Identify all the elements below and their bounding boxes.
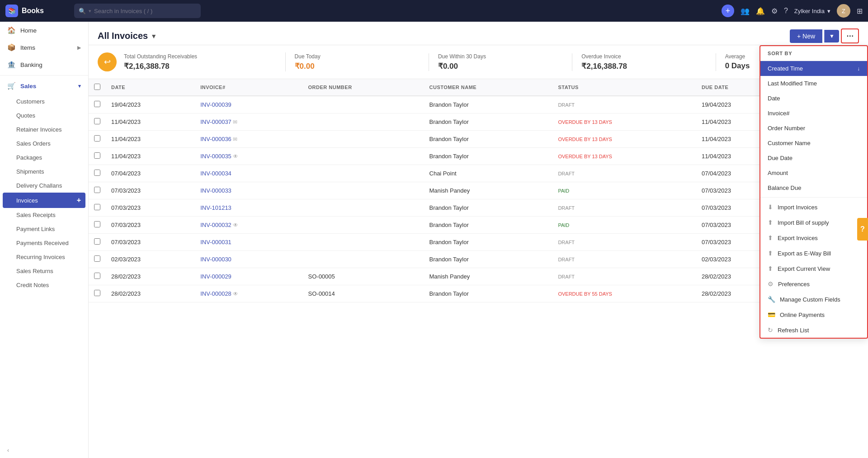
sidebar-item-sales-returns[interactable]: Sales Returns xyxy=(0,264,88,278)
sidebar-item-items[interactable]: 📦 Items ▶ xyxy=(0,39,88,56)
sidebar-item-recurring-invoices[interactable]: Recurring Invoices xyxy=(0,250,88,264)
sidebar-item-banking[interactable]: 🏦 Banking xyxy=(0,56,88,73)
invoice-link[interactable]: INV-000036 xyxy=(200,136,231,142)
row-checkbox-7[interactable] xyxy=(94,221,100,227)
brand-logo[interactable]: 📚 Books xyxy=(5,5,69,17)
sort-item-import-invoices[interactable]: ⬇ Import Invoices xyxy=(760,199,867,215)
th-order-number[interactable]: ORDER NUMBER xyxy=(303,79,424,96)
sidebar-item-retainer-invoices[interactable]: Retainer Invoices xyxy=(0,123,88,137)
cell-invoice[interactable]: INV-000032👁 xyxy=(195,217,302,234)
sort-item-last-modified[interactable]: Last Modified Time xyxy=(760,76,867,91)
cell-checkbox[interactable] xyxy=(89,131,106,148)
row-checkbox-6[interactable] xyxy=(94,204,100,210)
cell-invoice[interactable]: INV-000035👁 xyxy=(195,148,302,165)
th-select-all[interactable] xyxy=(89,79,106,96)
row-checkbox-8[interactable] xyxy=(94,238,100,245)
cell-checkbox[interactable] xyxy=(89,182,106,199)
cell-invoice[interactable]: INV-000028👁 xyxy=(195,285,302,302)
table-row[interactable]: 11/04/2023 INV-000036✉ Brandon Taylor OV… xyxy=(89,131,868,148)
sidebar-item-customers[interactable]: Customers xyxy=(0,94,88,109)
more-options-button[interactable]: ⋯ xyxy=(841,28,859,43)
th-invoice[interactable]: INVOICE# xyxy=(195,79,302,96)
table-row[interactable]: 28/02/2023 INV-000029 SO-00005 Manish Pa… xyxy=(89,268,868,285)
sidebar-item-sales[interactable]: 🛒 Sales ▾ xyxy=(0,77,88,94)
sidebar-collapse-button[interactable]: ‹ xyxy=(0,443,88,458)
cell-checkbox[interactable] xyxy=(89,268,106,285)
user-menu[interactable]: Zylker India ▾ xyxy=(794,8,830,14)
quick-add-button[interactable]: + xyxy=(722,5,734,17)
cell-checkbox[interactable] xyxy=(89,217,106,234)
table-row[interactable]: 02/03/2023 INV-000030 Brandon Taylor DRA… xyxy=(89,251,868,268)
sidebar-item-home[interactable]: 🏠 Home xyxy=(0,22,88,39)
cell-checkbox[interactable] xyxy=(89,251,106,268)
search-bar[interactable]: 🔍 ▾ xyxy=(74,4,201,18)
help-icon[interactable]: ? xyxy=(784,7,788,15)
sort-item-refresh-list[interactable]: ↻ Refresh List xyxy=(760,322,867,338)
invoice-link[interactable]: INV-000030 xyxy=(200,256,231,263)
cell-invoice[interactable]: INV-000037✉ xyxy=(195,113,302,131)
invoice-link[interactable]: INV-000028 xyxy=(200,290,231,297)
select-all-checkbox[interactable] xyxy=(94,84,100,90)
th-customer-name[interactable]: CUSTOMER NAME xyxy=(424,79,553,96)
sort-item-order-number[interactable]: Order Number xyxy=(760,121,867,136)
settings-icon[interactable]: ⚙ xyxy=(771,7,778,15)
sort-item-created-time[interactable]: Created Time xyxy=(760,61,867,76)
cell-checkbox[interactable] xyxy=(89,285,106,302)
new-button[interactable]: + New xyxy=(790,29,822,43)
cell-invoice[interactable]: INV-000033 xyxy=(195,182,302,199)
sort-item-export-invoices[interactable]: ⬆ Export Invoices xyxy=(760,230,867,246)
sort-item-preferences[interactable]: ⚙ Preferences xyxy=(760,276,867,292)
search-input[interactable] xyxy=(94,8,193,14)
invoice-link[interactable]: INV-000039 xyxy=(200,101,231,108)
invoice-link[interactable]: INV-000032 xyxy=(200,222,231,228)
invoice-link[interactable]: INV-000033 xyxy=(200,187,231,194)
sort-item-export-eway[interactable]: ⬆ Export as E-Way Bill xyxy=(760,246,867,261)
row-checkbox-10[interactable] xyxy=(94,273,100,279)
cell-invoice[interactable]: INV-101213 xyxy=(195,199,302,217)
row-checkbox-2[interactable] xyxy=(94,135,100,142)
row-checkbox-11[interactable] xyxy=(94,290,100,296)
cell-invoice[interactable]: INV-000039 xyxy=(195,96,302,113)
row-checkbox-4[interactable] xyxy=(94,170,100,176)
sidebar-item-payments-received[interactable]: Payments Received xyxy=(0,236,88,250)
invoice-link[interactable]: INV-000031 xyxy=(200,239,231,246)
cell-invoice[interactable]: INV-000031 xyxy=(195,234,302,251)
apps-icon[interactable]: ⊞ xyxy=(857,7,863,15)
cell-checkbox[interactable] xyxy=(89,148,106,165)
th-status[interactable]: STATUS xyxy=(552,79,696,96)
row-checkbox-3[interactable] xyxy=(94,152,100,159)
row-checkbox-9[interactable] xyxy=(94,255,100,262)
contacts-icon[interactable]: 👥 xyxy=(741,7,750,15)
sort-item-amount[interactable]: Amount xyxy=(760,165,867,180)
row-checkbox-1[interactable] xyxy=(94,118,100,124)
table-row[interactable]: 07/03/2023 INV-000032👁 Brandon Taylor PA… xyxy=(89,217,868,234)
cell-checkbox[interactable] xyxy=(89,234,106,251)
cell-invoice[interactable]: INV-000036✉ xyxy=(195,131,302,148)
sort-item-customer-name[interactable]: Customer Name xyxy=(760,136,867,151)
sort-item-due-date[interactable]: Due Date xyxy=(760,151,867,165)
table-row[interactable]: 11/04/2023 INV-000037✉ Brandon Taylor OV… xyxy=(89,113,868,131)
invoice-link[interactable]: INV-000035 xyxy=(200,153,231,160)
cell-invoice[interactable]: INV-000034 xyxy=(195,165,302,182)
invoice-link[interactable]: INV-000034 xyxy=(200,170,231,177)
cell-invoice[interactable]: INV-000030 xyxy=(195,251,302,268)
cell-invoice[interactable]: INV-000029 xyxy=(195,268,302,285)
sort-item-online-payments[interactable]: 💳 Online Payments xyxy=(760,307,867,322)
sidebar-item-shipments[interactable]: Shipments xyxy=(0,165,88,179)
row-checkbox-5[interactable] xyxy=(94,187,100,193)
notifications-icon[interactable]: 🔔 xyxy=(756,7,765,15)
row-checkbox-0[interactable] xyxy=(94,101,100,107)
sidebar-item-credit-notes[interactable]: Credit Notes xyxy=(0,278,88,292)
sidebar-item-sales-orders[interactable]: Sales Orders xyxy=(0,137,88,151)
invoice-link[interactable]: INV-101213 xyxy=(200,204,231,211)
sort-item-import-bill-supply[interactable]: ⬆ Import Bill of supply xyxy=(760,215,867,230)
sidebar-item-payment-links[interactable]: Payment Links xyxy=(0,222,88,236)
sidebar-item-invoices[interactable]: Invoices + xyxy=(3,193,85,208)
table-row[interactable]: 07/03/2023 INV-101213 Brandon Taylor DRA… xyxy=(89,199,868,217)
cell-checkbox[interactable] xyxy=(89,96,106,113)
sidebar-item-quotes[interactable]: Quotes xyxy=(0,109,88,123)
sort-item-invoice-num[interactable]: Invoice# xyxy=(760,106,867,121)
table-row[interactable]: 07/03/2023 INV-000031 Brandon Taylor DRA… xyxy=(89,234,868,251)
sidebar-item-delivery-challans[interactable]: Delivery Challans xyxy=(0,179,88,193)
th-date[interactable]: DATE xyxy=(106,79,195,96)
